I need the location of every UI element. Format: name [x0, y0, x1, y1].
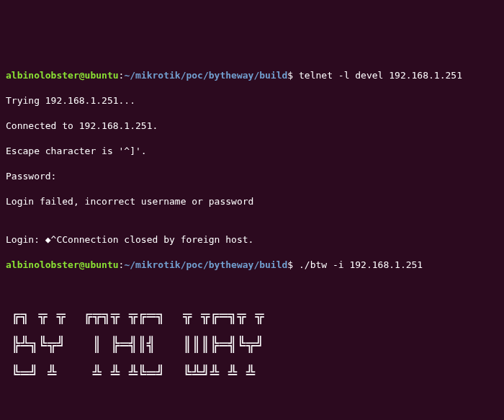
ascii-art-block: ╔╗ ╦ ╦ ╔╦╗╦ ╦╔═╗ ╦ ╦╔═╗╦ ╦ ╠╩╗╚╦╝ ║ ╠═╣║…: [12, 294, 498, 395]
prompt-dollar: $: [287, 70, 293, 81]
output-line: Connected to 192.168.1.251.: [6, 120, 498, 133]
prompt-command: telnet -l devel 192.168.1.251: [293, 70, 462, 81]
output-line: [+] Extracting passwords from 192.168.1.…: [6, 418, 498, 420]
output-line: Escape character is '^]'.: [6, 145, 498, 158]
ascii-line: ╠╩╗╚╦╝ ║ ╠═╣║╣ ║║║╠═╣╚╦╝: [12, 337, 498, 352]
output-line: Trying 192.168.1.251...: [6, 94, 498, 107]
output-line: Login failed, incorrect username or pass…: [6, 195, 498, 208]
output-line: Password:: [6, 170, 498, 183]
prompt-command: ./btw -i 192.168.1.251: [293, 259, 423, 270]
prompt-path: ~/mikrotik/poc/bytheway/build: [124, 70, 287, 81]
output-line: Login: ◆^CConnection closed by foreign h…: [6, 233, 498, 246]
ascii-line: ╚═╝ ╩ ╩ ╩ ╩╚═╝ ╚╩╝╩ ╩ ╩: [12, 366, 498, 380]
prompt-line-2[interactable]: albinolobster@ubuntu:~/mikrotik/poc/byth…: [6, 259, 498, 272]
prompt-path: ~/mikrotik/poc/bytheway/build: [124, 259, 287, 270]
ascii-line: ╔╗ ╦ ╦ ╔╦╗╦ ╦╔═╗ ╦ ╦╔═╗╦ ╦: [12, 308, 498, 323]
prompt-user: albinolobster@ubuntu: [6, 259, 119, 270]
prompt-user: albinolobster@ubuntu: [6, 70, 119, 81]
terminal-output: albinolobster@ubuntu:~/mikrotik/poc/byth…: [6, 56, 498, 420]
prompt-dollar: $: [287, 259, 293, 270]
prompt-line-1[interactable]: albinolobster@ubuntu:~/mikrotik/poc/byth…: [6, 69, 498, 82]
